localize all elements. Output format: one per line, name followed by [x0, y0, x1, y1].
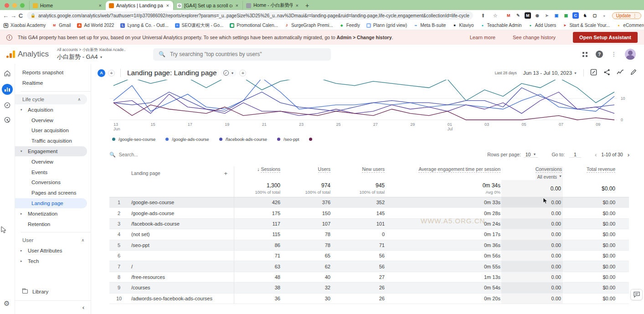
- sidebar-item-overview[interactable]: Overview: [15, 156, 91, 167]
- bookmark-item[interactable]: ▦Promotional Calen...: [230, 23, 278, 28]
- table-row[interactable]: 5/seo-ppt8678710m 36s0.00$0.00: [109, 240, 629, 251]
- chevron-down-icon[interactable]: ▾: [21, 149, 22, 153]
- browser-tab[interactable]: Home - 小白新势学院×: [242, 1, 303, 10]
- report-saved-chip[interactable]: ✓ ▼: [221, 69, 237, 77]
- browser-tab[interactable]: G[GA4] Set up a scroll conversi×: [173, 1, 242, 10]
- bookmark-star-icon[interactable]: ☆: [491, 13, 500, 19]
- bookmark-item[interactable]: ◆Feedly: [340, 23, 360, 28]
- sidebar-item-retention[interactable]: Retention: [15, 219, 91, 229]
- see-change-history-link[interactable]: See change history: [513, 35, 556, 40]
- ga-search-bar[interactable]: 🔍: [153, 48, 331, 61]
- bookmark-item[interactable]: MGmail: [52, 23, 71, 28]
- column-avg-engagement[interactable]: Average engagement time per session: [418, 166, 501, 172]
- comparison-chip[interactable]: A: [98, 69, 105, 77]
- feedback-button[interactable]: [630, 289, 643, 300]
- blue-extension-icon[interactable]: ▣: [553, 12, 560, 19]
- legend-item[interactable]: [309, 138, 312, 141]
- green-extension-icon[interactable]: ▦: [563, 12, 569, 19]
- sidebar-item-user[interactable]: User∧: [15, 235, 91, 246]
- sidebar-item-user-attributes[interactable]: ▸User Attributes: [15, 246, 91, 256]
- sidebar-item-events[interactable]: Events: [15, 167, 91, 177]
- column-conversions[interactable]: Conversions All events ▼: [536, 166, 563, 180]
- bookmark-item[interactable]: ■Klaviyo: [452, 23, 474, 28]
- bookmark-item[interactable]: LLyang & Co. - Outl...: [120, 23, 168, 28]
- table-row[interactable]: 1/google-seo-course4263763520m 33s0.00$0…: [109, 197, 629, 208]
- edit-report-icon[interactable]: [630, 69, 637, 77]
- help-icon[interactable]: ?: [596, 51, 603, 58]
- prev-page-icon[interactable]: ‹: [593, 151, 598, 158]
- goto-page-input[interactable]: [569, 152, 581, 158]
- address-field[interactable]: 🔒 analytics.google.com/analytics/web/?au…: [27, 11, 473, 20]
- m-extension-icon[interactable]: M: [525, 12, 531, 19]
- conversions-event-filter[interactable]: All events ▼: [537, 175, 562, 180]
- sidebar-item-tech[interactable]: ▸Tech: [15, 256, 91, 267]
- table-row[interactable]: 8/free-resources4840271m 13s0.00$0.00: [109, 272, 629, 283]
- add-dimension-icon[interactable]: +: [224, 170, 227, 177]
- bookmark-item[interactable]: ▦Plann (grid view): [366, 23, 407, 28]
- compare-report-icon[interactable]: [590, 69, 597, 77]
- share-icon[interactable]: ⬆: [479, 13, 488, 19]
- sidebar-item-library[interactable]: Library: [15, 286, 91, 297]
- pen-extension-icon[interactable]: ✎: [515, 12, 521, 19]
- c-extension-icon[interactable]: C: [572, 12, 579, 19]
- add-comparison-button[interactable]: +: [108, 70, 115, 77]
- box-extension-icon[interactable]: ▢: [592, 12, 598, 19]
- legend-item[interactable]: /seo-ppt: [277, 137, 299, 142]
- incognito-extension-icon[interactable]: ◒: [601, 12, 608, 19]
- sidebar-item-realtime[interactable]: Realtime: [15, 78, 91, 88]
- sidebar-item-life-cycle[interactable]: Life cycle∧: [15, 94, 87, 105]
- home-icon[interactable]: [3, 69, 11, 77]
- table-search-input[interactable]: [119, 152, 210, 157]
- table-row[interactable]: 3/facebook-ads-course1171071010m 24s0.00…: [109, 219, 629, 229]
- table-row[interactable]: 2/google-ads-course1751501450m 28s0.00$0…: [109, 208, 629, 218]
- property-selector[interactable]: 小白新势 - GA4▼: [57, 53, 126, 61]
- legend-item[interactable]: /google-seo-course: [112, 137, 155, 142]
- bookmark-item[interactable]: ➤Start & Scale Your...: [562, 23, 610, 28]
- table-row[interactable]: 4(not set)1157800m 17s0.00$0.00: [109, 229, 629, 240]
- bookmark-item[interactable]: ●Teachable Admin: [480, 23, 522, 28]
- sidebar-item-overview[interactable]: Overview: [15, 115, 91, 125]
- column-total-revenue[interactable]: Total revenue: [587, 166, 616, 172]
- tab-close-icon[interactable]: ×: [165, 3, 170, 8]
- browser-tab[interactable]: Home×: [29, 1, 106, 10]
- forward-icon[interactable]: →: [10, 12, 16, 19]
- bookmark-item[interactable]: JSurgeGraph Premi...: [284, 23, 333, 28]
- date-range-picker[interactable]: Jun 13 - Jul 10, 2023▼: [523, 70, 577, 76]
- rows-per-page-select[interactable]: 10 ▼: [524, 152, 538, 158]
- sidebar-item-engagement[interactable]: ▾Engagement: [15, 146, 87, 157]
- browser-tab[interactable]: Analytics | Landing page: Land×: [106, 1, 173, 10]
- learn-more-link[interactable]: Learn more: [470, 35, 495, 40]
- sessions-line-chart[interactable]: 01013Jun151719212325272901Jul03050709 /g…: [91, 80, 644, 143]
- tab-close-icon[interactable]: ×: [98, 3, 103, 8]
- sidebar-item-traffic-acquisition[interactable]: Traffic acquisition: [15, 136, 91, 146]
- sidebar-item-landing-page[interactable]: Landing page: [15, 198, 87, 209]
- table-row[interactable]: 10/adwords-seo-facebook-ads-courses36302…: [109, 293, 629, 304]
- ga-search-input[interactable]: [170, 51, 325, 57]
- table-search[interactable]: 🔍: [109, 152, 487, 158]
- avatar[interactable]: [625, 49, 636, 60]
- zoom-window-button[interactable]: [20, 3, 25, 8]
- column-landing-page[interactable]: Landing page +: [129, 166, 234, 180]
- chevron-down-icon[interactable]: ▾: [21, 108, 22, 112]
- add-report-button[interactable]: +: [239, 70, 246, 77]
- gmail-extension-icon[interactable]: M: [505, 12, 512, 19]
- admin-gear-icon[interactable]: ⚙: [4, 299, 10, 308]
- column-sessions[interactable]: ↓ Sessions: [257, 166, 281, 172]
- bookmark-item[interactable]: NXiaobai Academy: [4, 23, 46, 28]
- chevron-up-icon[interactable]: ∧: [77, 97, 81, 102]
- chevron-right-icon[interactable]: ▸: [21, 212, 22, 216]
- tab-close-icon[interactable]: ×: [235, 3, 239, 8]
- bookmark-item[interactable]: ∞Meta B-suite: [413, 23, 446, 28]
- bookmark-item[interactable]: AAd World 2022: [77, 23, 114, 28]
- new-tab-button[interactable]: +: [303, 1, 312, 10]
- header-kebab-icon[interactable]: ⋮: [611, 51, 617, 57]
- table-row[interactable]: 9/courses3832260m 54s0.00$0.00: [109, 283, 629, 293]
- open-setup-assistant-button[interactable]: Open Setup Assistant: [573, 32, 638, 43]
- advertising-icon[interactable]: [3, 116, 11, 124]
- bookmark-item[interactable]: ●Add Users: [528, 23, 556, 28]
- tab-close-icon[interactable]: ×: [295, 3, 299, 8]
- collapse-sidenav-button[interactable]: ‹: [15, 300, 91, 314]
- camera-extension-icon[interactable]: ◉: [534, 12, 541, 19]
- close-window-button[interactable]: [5, 3, 9, 8]
- sidebar-item-reports-snapshot[interactable]: Reports snapshot: [15, 67, 91, 78]
